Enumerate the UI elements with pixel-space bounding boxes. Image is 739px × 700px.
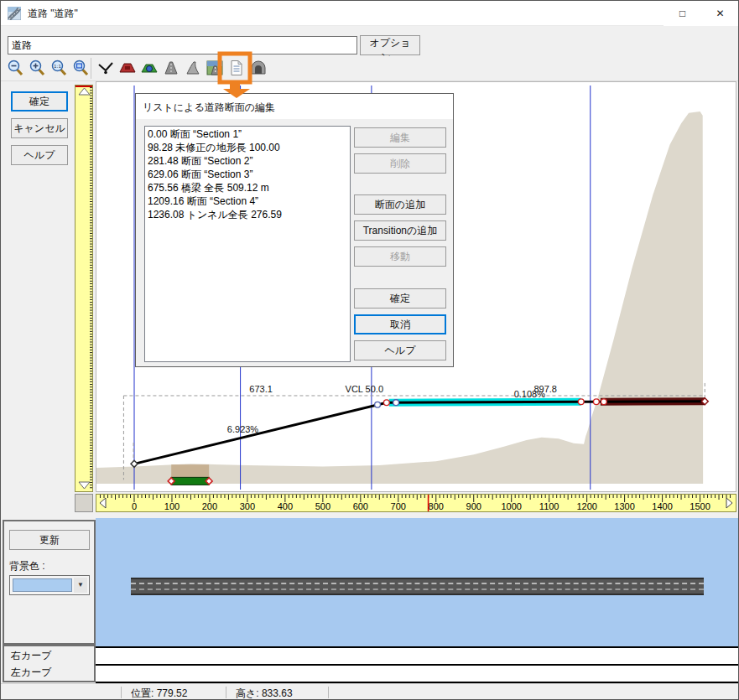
svg-text:1100: 1100 xyxy=(539,501,559,511)
svg-text:300: 300 xyxy=(240,501,255,511)
svg-text:1400: 1400 xyxy=(652,501,672,511)
status-bar: 位置: 779.52 高さ: 833.63 xyxy=(1,683,739,700)
dialog-cancel-button[interactable]: 取消 xyxy=(354,314,446,334)
svg-text:600: 600 xyxy=(353,501,368,511)
confirm-button[interactable]: 確定 xyxy=(11,91,68,111)
ruler-corner xyxy=(75,494,93,512)
app-window: 道路 "道路" □ ✕ オプション... 1:1 確定 xyxy=(0,0,739,700)
svg-text:673.1: 673.1 xyxy=(249,384,273,394)
vertical-curve-icon[interactable] xyxy=(96,59,115,77)
svg-text:VCL 50.0: VCL 50.0 xyxy=(346,384,383,394)
road-perspective-2-icon[interactable] xyxy=(184,59,202,77)
svg-text:100: 100 xyxy=(164,501,180,511)
delete-button[interactable]: 削除 xyxy=(354,153,446,174)
status-position: 位置: 779.52 xyxy=(131,687,187,700)
dialog-help-button[interactable]: ヘルプ xyxy=(354,340,446,360)
list-item[interactable]: 281.48 断面 “Section 2” xyxy=(148,154,347,168)
curve-labels-panel: 右カーブ 左カーブ xyxy=(3,645,96,682)
list-item[interactable]: 0.00 断面 “Section 1” xyxy=(148,127,347,141)
list-item[interactable]: 1209.16 断面 “Section 4” xyxy=(148,194,347,208)
svg-text:1000: 1000 xyxy=(501,501,521,511)
maximize-button[interactable]: □ xyxy=(664,1,701,26)
curve-row-right[interactable] xyxy=(96,648,739,664)
station-ruler[interactable]: 0100200300400500600700800900100011001200… xyxy=(96,494,736,512)
zoom-out-icon[interactable] xyxy=(6,59,24,77)
svg-text:1500: 1500 xyxy=(690,501,710,511)
title-bar: 道路 "道路" □ ✕ xyxy=(1,1,739,26)
zoom-actual-icon[interactable]: 1:1 xyxy=(49,59,68,77)
dialog-title-bar[interactable]: リストによる道路断面の編集 xyxy=(136,94,453,119)
cross-section-road-icon[interactable] xyxy=(140,59,159,77)
svg-text:1300: 1300 xyxy=(614,501,634,511)
list-item[interactable]: 629.06 断面 “Section 3” xyxy=(148,168,347,181)
toolbar-separator xyxy=(91,58,91,79)
bg-color-dropdown[interactable]: ▼ xyxy=(9,575,90,595)
add-transition-button[interactable]: Transitionの追加 xyxy=(354,220,446,241)
preview-3d-view[interactable] xyxy=(96,518,739,646)
bg-color-swatch xyxy=(13,578,72,592)
svg-text:6.923%: 6.923% xyxy=(227,424,259,434)
svg-text:1200: 1200 xyxy=(576,501,596,511)
curve-row-left[interactable] xyxy=(96,666,739,682)
svg-text:200: 200 xyxy=(202,501,217,511)
svg-text:800: 800 xyxy=(429,501,444,511)
edit-button[interactable]: 編集 xyxy=(354,127,446,148)
help-button[interactable]: ヘルプ xyxy=(11,145,68,165)
svg-text:400: 400 xyxy=(278,501,293,511)
list-item[interactable]: 1236.08 トンネル全長 276.59 xyxy=(148,208,347,221)
svg-text:500: 500 xyxy=(315,501,330,511)
road-perspective-icon[interactable] xyxy=(162,59,180,77)
window-title: 道路 "道路" xyxy=(28,1,78,26)
section-listbox[interactable]: 0.00 断面 “Section 1”98.28 未修正の地形長 100.002… xyxy=(144,126,351,362)
road-name-input[interactable] xyxy=(8,36,357,54)
add-section-button[interactable]: 断面の追加 xyxy=(354,194,446,215)
svg-text:900: 900 xyxy=(466,501,481,511)
cancel-button[interactable]: キャンセル xyxy=(11,118,68,138)
list-item[interactable]: 675.56 橋梁 全長 509.12 m xyxy=(148,181,347,194)
curve-left-label: 左カーブ xyxy=(11,666,52,680)
svg-text:1:1: 1:1 xyxy=(54,64,61,69)
update-button[interactable]: 更新 xyxy=(9,530,90,550)
chevron-down-icon[interactable]: ▼ xyxy=(74,578,87,593)
svg-text:0.108%: 0.108% xyxy=(514,389,546,399)
dialog-confirm-button[interactable]: 確定 xyxy=(354,288,446,309)
curve-right-label: 右カーブ xyxy=(11,649,52,663)
list-item[interactable]: 98.28 未修正の地形長 100.00 xyxy=(148,141,347,154)
zoom-in-icon[interactable] xyxy=(28,59,46,77)
elevation-ruler[interactable] xyxy=(75,85,93,492)
preview-road-strip xyxy=(131,578,704,595)
options-button[interactable]: オプション... xyxy=(360,35,420,55)
svg-text:0: 0 xyxy=(132,501,137,511)
close-button[interactable]: ✕ xyxy=(701,1,739,26)
zoom-window-icon[interactable] xyxy=(71,59,90,77)
section-list-dialog: リストによる道路断面の編集 0.00 断面 “Section 1”98.28 未… xyxy=(135,93,454,367)
move-button[interactable]: 移動 xyxy=(354,246,446,267)
cross-section-red-icon[interactable] xyxy=(118,59,137,77)
status-height: 高さ: 833.63 xyxy=(236,687,293,700)
svg-text:700: 700 xyxy=(391,501,406,511)
highlight-arrow xyxy=(213,49,260,100)
bg-color-label: 背景色 : xyxy=(9,559,45,573)
dialog-title: リストによる道路断面の編集 xyxy=(143,101,275,115)
app-icon xyxy=(8,7,21,20)
